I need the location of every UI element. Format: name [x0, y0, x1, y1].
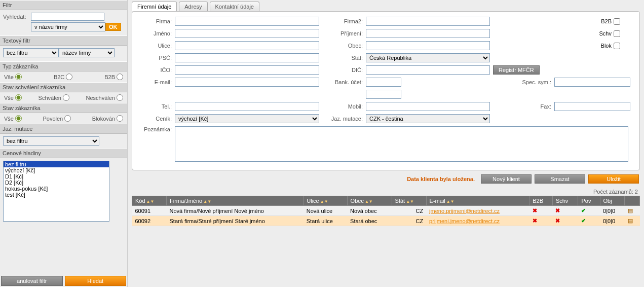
cenik-select[interactable]: výchozí [Kč] [175, 114, 319, 123]
jazmut-select[interactable]: bez filtru [3, 136, 99, 146]
fax-field[interactable] [554, 102, 630, 111]
radio-typ-b2b[interactable]: B2B [104, 74, 123, 80]
prijmeni-field[interactable] [366, 29, 490, 38]
bankucet-field[interactable] [366, 78, 401, 87]
label-vyhledat: Vyhledat: [3, 14, 31, 20]
list-item[interactable]: D2 [Kč] [4, 180, 109, 186]
radio-typ-vse[interactable]: Vše [4, 74, 22, 80]
hdr-typzak: Typ zákazníka [0, 61, 127, 71]
list-item[interactable]: výchozí [Kč] [4, 167, 109, 173]
search-input[interactable] [31, 13, 104, 21]
jazmutace-select[interactable]: CZK - čestina [366, 114, 490, 123]
tel-field[interactable] [175, 102, 319, 111]
registr-button[interactable]: Registr MFČR [493, 65, 540, 75]
label-firma2: Firma2: [322, 18, 363, 24]
table-row[interactable]: 60091 Nová firma/Nové příjmení Nové jmén… [132, 206, 640, 216]
email-link[interactable]: prijmeni.jmeno@netdirect.cz [429, 218, 500, 224]
hdr-stavzak: Stav zákazníka [0, 103, 127, 113]
label-specsym: Spec. sym.: [511, 79, 551, 85]
label-ulice: Ulice: [141, 43, 172, 49]
stat-select[interactable]: Česká Republika [366, 53, 490, 62]
mobil-field[interactable] [366, 102, 490, 111]
label-ico: IČO: [141, 67, 172, 73]
col-schv[interactable]: Schv [552, 196, 578, 206]
label-dic: DIČ: [322, 67, 363, 73]
radio-stav-vse[interactable]: Vše [4, 115, 22, 122]
psc-field[interactable] [175, 53, 319, 62]
label-bankucet: Bank. účet: [322, 79, 363, 85]
bankucet2-field[interactable] [366, 90, 401, 99]
radio-schv-ano[interactable]: Schválen [39, 94, 69, 101]
col-email[interactable]: E-mail▲▼ [426, 196, 529, 206]
col-obj[interactable]: Obj [600, 196, 625, 206]
hdr-stavschv: Stav schválení zákazníka [0, 82, 127, 92]
col-pov[interactable]: Pov [578, 196, 600, 206]
main-area: Firemní údaje Adresy Kontaktní údaje Fir… [128, 0, 644, 287]
hdr-filtr: Filtr [0, 0, 127, 10]
label-blok: Blok [601, 43, 612, 49]
col-firma[interactable]: Firma/Jméno▲▼ [167, 196, 304, 206]
detail-icon[interactable]: ▤ [628, 218, 633, 224]
col-b2b[interactable]: B2B [529, 196, 553, 206]
filter-panel: Filtr Vyhledat: v názvu firmy OK Textový… [0, 0, 128, 287]
jmeno-field[interactable] [175, 29, 319, 38]
list-item[interactable]: test [Kč] [4, 192, 109, 198]
label-jazmutace: Jaz. mutace: [322, 116, 363, 122]
x-icon: ✖ [555, 207, 560, 213]
col-obec[interactable]: Obec▲▼ [347, 196, 392, 206]
search-in-select[interactable]: v názvu firmy [31, 22, 105, 31]
label-poznamka: Poznámka: [141, 126, 172, 132]
tab-adresy[interactable]: Adresy [179, 2, 207, 11]
poznamka-field[interactable] [175, 126, 628, 162]
check-icon: ✔ [581, 207, 586, 213]
radio-schv-vse[interactable]: Vše [4, 94, 22, 101]
obec-field[interactable] [366, 41, 490, 50]
tab-firemni[interactable]: Firemní údaje [132, 2, 177, 11]
hdr-jazmut: Jaz. mutace [0, 124, 127, 134]
hdr-cenhl: Cenové hladiny [0, 148, 127, 158]
label-psc: PSČ: [141, 55, 172, 61]
col-ulice[interactable]: Ulice▲▼ [304, 196, 347, 206]
firma-field[interactable] [175, 17, 319, 26]
radio-typ-b2c[interactable]: B2C [54, 74, 72, 80]
textfilter-field-select[interactable]: název firmy [59, 48, 115, 57]
dic-field[interactable] [366, 65, 490, 75]
blok-checkbox[interactable] [614, 43, 620, 49]
ico-field[interactable] [175, 65, 319, 75]
label-firma: Firma: [141, 18, 172, 24]
search-button[interactable]: Hledat [65, 276, 127, 286]
delete-button[interactable]: Smazat [535, 174, 585, 184]
specsym-field[interactable] [554, 78, 630, 87]
new-client-button[interactable]: Nový klient [481, 174, 532, 184]
radio-stav-pov[interactable]: Povolen [43, 115, 71, 122]
radio-schv-ne[interactable]: Neschválen [86, 94, 123, 101]
schv-checkbox[interactable] [614, 30, 620, 37]
label-mobil: Mobil: [322, 103, 363, 110]
reset-filter-button[interactable]: anulovat filtr [1, 276, 63, 286]
ulice-field[interactable] [175, 41, 319, 50]
save-button[interactable]: Uložit [588, 174, 639, 184]
x-icon: ✖ [533, 218, 537, 224]
b2b-checkbox[interactable] [614, 18, 620, 25]
table-row[interactable]: 60092 Stará firma/Staré příjmení Staré j… [132, 216, 640, 226]
list-item[interactable]: D1 [Kč] [4, 173, 109, 180]
list-item[interactable]: bez filtru [4, 161, 109, 167]
hdr-textfiltr: Textový filtr [0, 35, 127, 46]
firma2-field[interactable] [366, 17, 490, 26]
tab-kontakt[interactable]: Kontaktní údaje [210, 2, 259, 11]
email-field[interactable] [175, 78, 319, 87]
x-icon: ✖ [555, 218, 560, 224]
label-jmeno: Jméno: [141, 30, 172, 37]
price-level-listbox[interactable]: bez filtru výchozí [Kč] D1 [Kč] D2 [Kč] … [3, 161, 109, 222]
detail-icon[interactable]: ▤ [628, 207, 633, 213]
label-fax: Fax: [531, 103, 551, 110]
list-item[interactable]: hokus-pokus [Kč] [4, 186, 109, 192]
col-stat[interactable]: Stát▲▼ [392, 196, 426, 206]
textfilter-mode-select[interactable]: bez filtru [3, 48, 59, 57]
radio-stav-blok[interactable]: Blokován [92, 115, 123, 122]
col-kod[interactable]: Kód▲▼ [132, 196, 167, 206]
email-link[interactable]: jmeno.prijmeni@netdirect.cz [429, 208, 500, 214]
results-table: Kód▲▼ Firma/Jméno▲▼ Ulice▲▼ Obec▲▼ Stát▲… [132, 196, 640, 226]
search-ok-button[interactable]: OK [105, 23, 121, 31]
label-cenik: Ceník: [141, 116, 172, 122]
